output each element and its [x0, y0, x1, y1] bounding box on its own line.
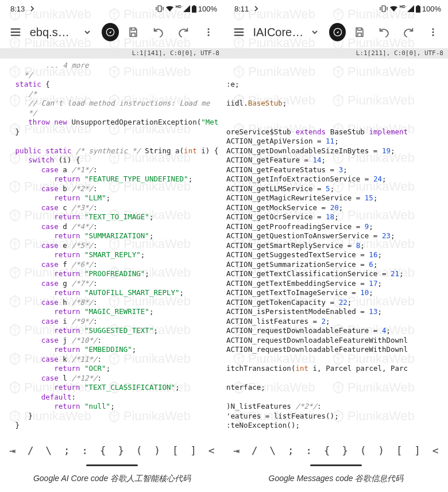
chevron-right-icon — [253, 6, 259, 11]
dropdown-button[interactable] — [308, 21, 323, 44]
dropdown-button[interactable] — [79, 21, 94, 44]
filename[interactable]: IAICoreS... — [253, 26, 304, 39]
wifi-icon — [165, 5, 174, 12]
symbol-key[interactable]: ; — [282, 444, 300, 456]
symbol-key[interactable]: [ — [167, 444, 185, 456]
svg-point-5 — [208, 32, 210, 33]
symbol-key[interactable]: [ — [391, 444, 409, 456]
symbol-key[interactable]: ) — [372, 444, 391, 456]
symbol-key[interactable]: < — [427, 444, 445, 456]
svg-rect-7 — [382, 6, 385, 11]
svg-point-13 — [432, 34, 434, 36]
symbol-key[interactable]: { — [318, 444, 337, 456]
symbol-keyboard-row: ⇥/\;:{}()[]< — [224, 437, 448, 463]
wifi-icon — [389, 5, 398, 12]
symbol-key[interactable]: / — [246, 444, 264, 456]
save-button[interactable] — [122, 21, 144, 44]
status-bar: 8:13 HD 100% — [0, 0, 224, 16]
svg-rect-2 — [193, 5, 195, 6]
cursor-info-bar: L:1[211], C:0[0], UTF-8 — [224, 48, 448, 59]
menu-button[interactable] — [229, 21, 249, 44]
compass-button[interactable] — [329, 23, 346, 41]
battery-percent: 100% — [422, 5, 441, 13]
symbol-key[interactable]: ) — [148, 444, 167, 456]
symbol-key[interactable]: \ — [40, 444, 58, 456]
symbol-key[interactable]: ( — [354, 444, 373, 456]
status-time: 8:11 — [234, 5, 249, 13]
compass-button[interactable] — [102, 23, 119, 41]
svg-rect-8 — [416, 6, 420, 13]
symbol-key[interactable]: ⇥ — [227, 444, 246, 456]
svg-rect-9 — [417, 5, 419, 6]
caption: Google Messages code 谷歌信息代码 — [224, 474, 448, 484]
toolbar: IAICoreS... — [224, 16, 448, 48]
left-pane: PiunikaWebPiunikaWebPiunikaWebPiunikaWeb… — [0, 0, 224, 492]
symbol-key[interactable]: : — [300, 444, 318, 456]
menu-button[interactable] — [5, 21, 26, 44]
signal-icon — [407, 5, 414, 12]
symbol-key[interactable]: / — [22, 444, 40, 456]
status-time: 8:13 — [10, 5, 25, 13]
svg-rect-0 — [158, 6, 161, 11]
undo-button[interactable] — [374, 21, 395, 44]
code-editor[interactable]: :e; iidl.BaseStub; oreService$Stub exten… — [224, 59, 448, 431]
symbol-key[interactable]: ] — [408, 444, 427, 456]
symbol-key[interactable]: < — [203, 444, 221, 456]
more-button[interactable] — [423, 21, 443, 44]
more-button[interactable] — [198, 21, 219, 44]
symbol-keyboard-row: ⇥/\;:{}()[]< — [0, 437, 224, 463]
symbol-key[interactable]: ⇥ — [3, 444, 22, 456]
svg-point-6 — [208, 34, 210, 36]
symbol-key[interactable]: } — [112, 444, 130, 456]
toolbar: ebq.smali — [0, 16, 224, 48]
save-button[interactable] — [349, 21, 370, 44]
symbol-key[interactable]: ] — [184, 444, 203, 456]
battery-icon — [192, 5, 196, 13]
chevron-right-icon — [29, 6, 35, 11]
symbol-key[interactable]: ; — [58, 444, 76, 456]
vibrate-icon — [156, 5, 164, 12]
symbol-key[interactable]: : — [76, 444, 94, 456]
symbol-key[interactable]: } — [336, 444, 354, 456]
filename[interactable]: ebq.smali — [30, 26, 76, 39]
vibrate-icon — [380, 5, 388, 12]
hd-icon: HD — [400, 5, 405, 9]
symbol-key[interactable]: \ — [264, 444, 282, 456]
right-pane: PiunikaWebPiunikaWebPiunikaWebPiunikaWeb… — [224, 0, 448, 492]
battery-icon — [416, 5, 420, 13]
undo-button[interactable] — [148, 21, 169, 44]
svg-point-4 — [208, 28, 210, 30]
symbol-key[interactable]: { — [94, 444, 113, 456]
redo-button[interactable] — [398, 21, 419, 44]
gesture-handle — [86, 464, 138, 466]
gesture-handle — [310, 464, 362, 466]
signal-icon — [183, 5, 190, 12]
symbol-key[interactable]: ( — [130, 444, 149, 456]
status-bar: 8:11 HD 100% — [224, 0, 448, 16]
svg-rect-1 — [192, 6, 196, 13]
svg-point-11 — [432, 28, 434, 30]
caption: Google AI Core code 谷歌人工智能核心代码 — [0, 474, 224, 484]
cursor-info-bar: L:1[141], C:0[0], UTF-8 — [0, 48, 224, 59]
hd-icon: HD — [176, 5, 181, 9]
code-editor[interactable]: ... 4 more */ static { /* // Can't load … — [0, 59, 224, 431]
battery-percent: 100% — [198, 5, 217, 13]
svg-point-12 — [432, 32, 434, 33]
redo-button[interactable] — [173, 21, 195, 44]
